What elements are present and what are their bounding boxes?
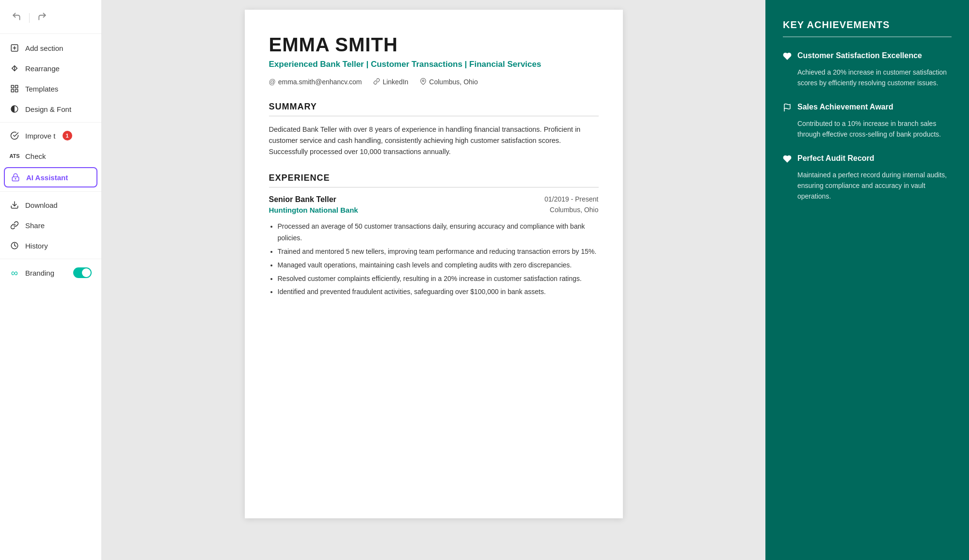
job-title-0: Senior Bank Teller — [269, 195, 336, 204]
summary-title: SUMMARY — [269, 102, 599, 112]
achievement-desc-0: Achieved a 20% increase in customer sati… — [783, 67, 952, 89]
resume-page: EMMA SMITH Experienced Bank Teller | Cus… — [245, 10, 623, 518]
job-entry-0: Senior Bank Teller 01/2019 - Present Hun… — [269, 195, 599, 298]
undo-redo-bar — [0, 6, 101, 34]
sidebar-item-download[interactable]: Download — [0, 195, 101, 215]
achievement-icon-1 — [783, 103, 792, 114]
sidebar-item-history[interactable]: History — [0, 235, 101, 256]
achievement-header-1: Sales Achievement Award — [783, 102, 952, 114]
branding-toggle[interactable] — [73, 267, 92, 278]
design-font-label: Design & Font — [25, 105, 71, 113]
achievement-0: Customer Satisfaction Excellence Achieve… — [783, 51, 952, 89]
job-subheader-0: Huntington National Bank Columbus, Ohio — [269, 206, 599, 215]
job-header-0: Senior Bank Teller 01/2019 - Present — [269, 195, 599, 204]
share-icon — [10, 220, 19, 230]
achievement-name-1: Sales Achievement Award — [797, 102, 893, 112]
job-dates-0: 01/2019 - Present — [544, 195, 598, 203]
achievement-1: Sales Achievement Award Contributed to a… — [783, 102, 952, 140]
sidebar-item-rearrange[interactable]: Rearrange — [0, 58, 101, 78]
branding-icon: ∞ — [10, 268, 19, 278]
contact-linkedin: LinkedIn — [373, 78, 408, 86]
bullet-0-1: Trained and mentored 5 new tellers, impr… — [278, 246, 599, 258]
undo-button[interactable] — [10, 10, 23, 26]
svg-rect-5 — [16, 85, 18, 88]
job-bullets-0: Processed an average of 50 customer tran… — [269, 221, 599, 298]
ai-assistant-label: AI Assistant — [26, 173, 68, 182]
check-label: Check — [25, 152, 46, 160]
svg-rect-4 — [11, 85, 14, 88]
sidebar-item-ai-assistant[interactable]: AI Assistant — [4, 167, 97, 187]
achievement-name-2: Perfect Audit Record — [797, 154, 874, 164]
svg-rect-6 — [11, 90, 14, 92]
resume-name: EMMA SMITH — [269, 34, 599, 56]
summary-text: Dedicated Bank Teller with over 8 years … — [269, 124, 599, 158]
svg-point-13 — [423, 80, 425, 82]
design-font-icon — [10, 104, 19, 114]
resume-contact: @ emma.smith@enhancv.com LinkedIn — [269, 78, 599, 86]
sidebar-item-add-section[interactable]: Add section — [0, 38, 101, 58]
sidebar-item-improve[interactable]: Improve t 1 — [0, 125, 101, 146]
right-panel: KEY ACHIEVEMENTS Customer Satisfaction E… — [765, 0, 969, 560]
add-section-label: Add section — [25, 44, 63, 52]
sidebar-navigation: Add section Rearrange Templates — [0, 34, 101, 287]
achievement-icon-2 — [783, 155, 792, 166]
templates-label: Templates — [25, 85, 58, 93]
rearrange-label: Rearrange — [25, 64, 60, 73]
contact-location: Columbus, Ohio — [420, 78, 477, 86]
achievement-icon-0 — [783, 52, 792, 63]
achievement-header-0: Customer Satisfaction Excellence — [783, 51, 952, 63]
summary-divider — [269, 116, 599, 116]
sidebar-item-design-font[interactable]: Design & Font — [0, 99, 101, 119]
improve-badge: 1 — [63, 131, 72, 140]
achievements-title: KEY ACHIEVEMENTS — [783, 19, 952, 31]
achievement-name-0: Customer Satisfaction Excellence — [797, 51, 922, 61]
location-icon — [420, 78, 427, 86]
sidebar: Add section Rearrange Templates — [0, 0, 102, 560]
sidebar-item-check[interactable]: ATS Check — [0, 146, 101, 166]
add-section-icon — [10, 43, 19, 53]
download-label: Download — [25, 201, 58, 209]
achievement-desc-1: Contributed to a 10% increase in branch … — [783, 118, 952, 140]
main-content: EMMA SMITH Experienced Bank Teller | Cus… — [102, 0, 969, 560]
sidebar-divider-1 — [0, 122, 101, 123]
linkedin-value: LinkedIn — [382, 78, 408, 86]
branding-row: ∞ Branding — [0, 262, 101, 283]
achievements-divider — [783, 36, 952, 37]
rearrange-icon — [10, 63, 19, 73]
history-icon — [10, 241, 19, 250]
achievement-header-2: Perfect Audit Record — [783, 154, 952, 166]
linkedin-icon — [373, 78, 380, 86]
sidebar-divider-3 — [0, 259, 101, 259]
location-value: Columbus, Ohio — [429, 78, 477, 86]
contact-email: @ emma.smith@enhancv.com — [269, 78, 362, 86]
share-label: Share — [25, 221, 45, 230]
bullet-0-2: Managed vault operations, maintaining ca… — [278, 260, 599, 271]
improve-label: Improve t — [25, 132, 56, 140]
redo-button[interactable] — [35, 10, 49, 26]
achievement-2: Perfect Audit Record Maintained a perfec… — [783, 154, 952, 202]
bullet-0-4: Identified and prevented fraudulent acti… — [278, 286, 599, 298]
experience-divider — [269, 187, 599, 187]
improve-icon — [10, 131, 19, 140]
resume-subtitle: Experienced Bank Teller | Customer Trans… — [269, 59, 599, 70]
experience-title: EXPERIENCE — [269, 173, 599, 183]
sidebar-divider-2 — [0, 191, 101, 192]
resume-container: EMMA SMITH Experienced Bank Teller | Cus… — [102, 0, 765, 560]
svg-rect-7 — [16, 90, 18, 92]
sidebar-item-share[interactable]: Share — [0, 215, 101, 235]
toolbar-divider — [29, 13, 30, 23]
bullet-0-3: Resolved customer complaints efficiently… — [278, 273, 599, 285]
download-icon — [10, 200, 19, 210]
sidebar-item-templates[interactable]: Templates — [0, 78, 101, 99]
job-company-0: Huntington National Bank — [269, 206, 358, 214]
templates-icon — [10, 84, 19, 93]
email-icon: @ — [269, 78, 276, 86]
svg-point-10 — [15, 178, 16, 179]
branding-label: Branding — [25, 269, 54, 277]
email-value: emma.smith@enhancv.com — [278, 78, 362, 86]
job-location-0: Columbus, Ohio — [550, 206, 598, 215]
history-label: History — [25, 242, 48, 250]
check-icon: ATS — [10, 151, 19, 161]
ai-assistant-icon — [11, 172, 20, 182]
achievement-desc-2: Maintained a perfect record during inter… — [783, 170, 952, 202]
